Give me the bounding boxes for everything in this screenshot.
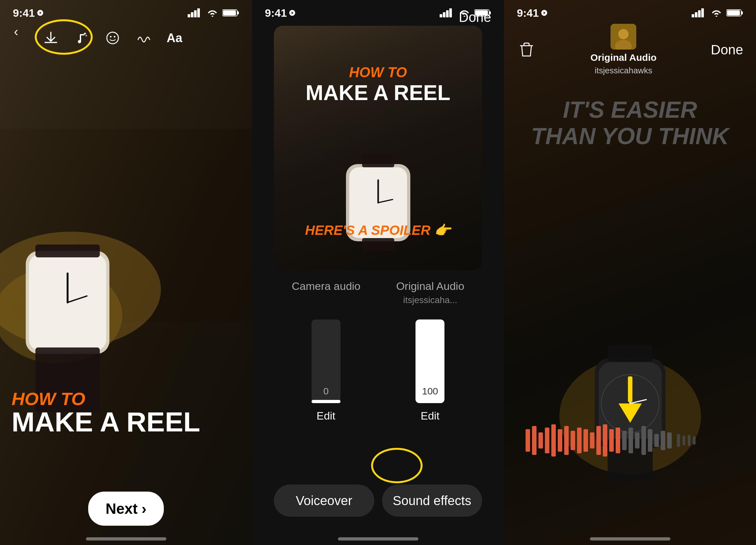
username-handle: itsjessicahawks <box>595 66 652 76</box>
svg-point-51 <box>618 29 629 39</box>
arrow-annotation <box>619 376 642 423</box>
svg-rect-14 <box>194 10 197 17</box>
svg-rect-69 <box>629 427 633 453</box>
edit-labels: Edit Edit <box>274 409 482 422</box>
done-button-3[interactable]: Done <box>711 42 743 58</box>
svg-rect-44 <box>695 12 697 17</box>
music-effects-icon[interactable] <box>71 27 93 49</box>
svg-rect-79 <box>693 436 695 445</box>
camera-slider[interactable]: 0 <box>312 319 341 403</box>
svg-rect-67 <box>616 427 620 453</box>
waveform-container[interactable] <box>523 423 737 458</box>
status-icons-1 <box>188 8 239 17</box>
svg-rect-10 <box>35 245 100 258</box>
spoiler-text: HERE'S A SPOILER 👉 <box>274 222 482 238</box>
camera-slider-handle[interactable] <box>312 400 341 403</box>
status-icons-3 <box>692 8 743 17</box>
video-text-overlay: HOW TO MAKE A REEL <box>12 390 200 436</box>
svg-rect-61 <box>577 427 582 453</box>
panel-2: 9:41 Done HOW TO MAKE A REEL HERE'S A SP… <box>252 0 504 545</box>
panel1-bottom: Next › <box>0 492 252 526</box>
chevron-right-icon: › <box>142 500 146 517</box>
svg-rect-77 <box>683 436 685 445</box>
svg-rect-34 <box>362 238 394 251</box>
voiceover-button[interactable]: Voiceover <box>274 484 374 517</box>
user-info: Original Audio itsjessicahawks <box>591 24 657 76</box>
panel-3: 9:41 Original Audio itsjessicahawks Done… <box>504 0 756 545</box>
svg-rect-70 <box>635 432 639 448</box>
panel-1: 9:41 ‹ <box>0 0 252 545</box>
svg-rect-56 <box>545 427 549 453</box>
audio-labels: Camera audio Original Audio itsjessicaha… <box>274 280 482 305</box>
sticker-icon[interactable] <box>102 27 124 49</box>
svg-rect-15 <box>197 8 200 17</box>
camera-value: 0 <box>323 386 329 397</box>
svg-rect-23 <box>443 12 445 17</box>
svg-rect-63 <box>590 432 594 448</box>
svg-rect-22 <box>440 14 442 17</box>
how-to-text: HOW TO <box>12 390 200 408</box>
status-bar-3: 9:41 <box>504 0 756 26</box>
p3-text-overlay: IT'S EASIER THAN YOU THINK <box>504 97 756 149</box>
svg-rect-72 <box>648 429 652 452</box>
svg-rect-78 <box>688 435 690 446</box>
svg-rect-75 <box>667 432 672 448</box>
text-tool-button[interactable]: Aa <box>163 27 185 49</box>
svg-rect-25 <box>449 8 452 17</box>
svg-rect-46 <box>701 8 704 17</box>
svg-rect-74 <box>661 431 665 450</box>
home-indicator-1 <box>86 537 166 540</box>
svg-rect-13 <box>191 12 193 17</box>
user-avatar <box>611 24 636 50</box>
video-preview-2: HOW TO MAKE A REEL HERE'S A SPOILER 👉 <box>274 26 482 270</box>
svg-rect-12 <box>188 14 190 17</box>
svg-rect-45 <box>698 10 701 17</box>
arrow-stem <box>628 376 632 402</box>
svg-rect-41 <box>608 345 653 362</box>
trash-button[interactable] <box>517 40 536 60</box>
download-icon[interactable] <box>40 27 62 49</box>
svg-rect-62 <box>583 429 588 452</box>
home-indicator-3 <box>590 537 670 540</box>
than-text: THAN YOU THINK <box>504 123 756 149</box>
camera-audio-col: Camera audio <box>292 280 360 305</box>
arrow-head <box>619 403 642 423</box>
svg-rect-48 <box>742 11 743 14</box>
svg-rect-66 <box>609 429 614 452</box>
sound-effects-button[interactable]: Sound effects <box>382 484 482 517</box>
panel2-bottom-buttons: Voiceover Sound effects <box>274 484 482 517</box>
done-button-2[interactable]: Done <box>459 10 491 25</box>
svg-rect-64 <box>596 426 601 455</box>
svg-rect-43 <box>692 14 694 17</box>
svg-rect-24 <box>446 10 449 17</box>
svg-rect-60 <box>571 431 575 450</box>
original-slider[interactable]: 100 <box>415 319 444 403</box>
make-reel-text: MAKE A REEL <box>12 408 200 436</box>
svg-rect-17 <box>238 11 239 14</box>
svg-point-19 <box>107 32 118 44</box>
svg-rect-73 <box>654 434 659 447</box>
svg-point-20 <box>110 36 112 38</box>
svg-rect-53 <box>526 429 530 452</box>
original-audio-title: Original Audio <box>396 280 464 292</box>
svg-rect-58 <box>558 429 562 452</box>
edit-original-button[interactable]: Edit <box>421 409 440 422</box>
svg-rect-49 <box>727 10 740 15</box>
original-audio-sub: itsjessicaha... <box>403 295 457 305</box>
time-2: 9:41 <box>265 7 296 19</box>
time-1: 9:41 <box>13 7 44 19</box>
svg-rect-55 <box>538 432 543 448</box>
svg-rect-57 <box>551 424 556 456</box>
home-indicator-2 <box>338 537 418 540</box>
audio-sliders: 0 100 <box>274 313 482 403</box>
edit-camera-button[interactable]: Edit <box>316 409 335 422</box>
svg-rect-33 <box>362 155 394 167</box>
svg-rect-18 <box>223 10 236 15</box>
original-audio-col: Original Audio itsjessicaha... <box>396 280 464 305</box>
circle-annotation-edit <box>371 448 423 483</box>
easier-text: IT'S EASIER <box>504 97 756 123</box>
squiggle-icon[interactable] <box>133 27 154 49</box>
next-button[interactable]: Next › <box>88 492 164 526</box>
svg-rect-76 <box>677 434 680 447</box>
panel3-header: Original Audio itsjessicahawks Done <box>504 24 756 76</box>
